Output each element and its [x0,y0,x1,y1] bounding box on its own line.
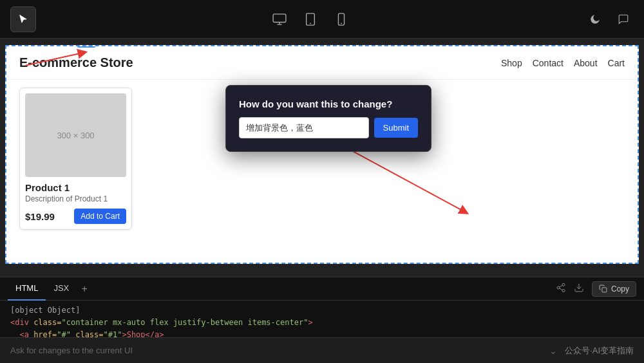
code-area: [object Object] <div class="container mx… [0,301,644,337]
code-close-a1: >Shop</a> [122,330,164,337]
svg-point-4 [341,23,342,24]
code-attr-href1: href= [33,330,57,337]
input-bar-right: ⌄ 公众号·AI变革指南 [549,345,634,357]
code-tag-a1: <a [19,330,33,337]
input-bar: Ask for changes to the current UI ⌄ 公众号·… [0,337,644,363]
dialog-input[interactable] [239,117,369,138]
main-preview-area: NAV E-commerce Store Shop Contact About … [0,39,644,277]
dialog-input-row: Submit [239,117,418,138]
product-name: Product 1 [25,182,126,193]
code-line-1: [object Object] [10,304,634,317]
tab-jsx[interactable]: JSX [46,277,77,301]
dialog-title: How do you want this to change? [239,98,418,109]
nav-link-about[interactable]: About [574,58,598,68]
code-line-3: <a href="#" class="#1">Shop</a> [10,329,634,337]
code-val: "container mx-auto flex justify-between … [61,318,308,327]
bottom-panel: HTML JSX + Copy [obj [0,277,644,363]
tabs-actions: Copy [556,281,636,297]
change-dialog: How do you want this to change? Submit [225,85,431,152]
tablet-icon[interactable] [300,9,321,30]
site-brand: E-commerce Store [19,55,133,70]
download-icon[interactable] [574,283,584,295]
preview-frame: NAV E-commerce Store Shop Contact About … [5,45,639,264]
code-attr-class1: class= [71,330,104,337]
nav-link-shop[interactable]: Shop [501,58,522,68]
code-tag: <div [10,318,33,327]
nav-badge: NAV [77,45,95,48]
watermark: 公众号·AI变革指南 [565,345,634,357]
top-toolbar [0,0,644,39]
svg-point-2 [310,23,311,24]
dark-mode-button[interactable] [585,9,605,30]
nav-link-contact[interactable]: Contact [533,58,564,68]
add-tab-button[interactable]: + [77,281,92,297]
bottom-tabs: HTML JSX + Copy [0,277,644,301]
svg-point-8 [557,286,560,289]
product-image: 300 × 300 [25,93,126,177]
copy-label: Copy [611,284,629,293]
svg-rect-0 [273,14,286,22]
svg-point-9 [562,289,565,292]
site-navbar: E-commerce Store Shop Contact About Cart [6,46,638,80]
svg-rect-13 [602,288,607,292]
cursor-button[interactable] [10,6,36,32]
code-val-class1: "#1" [104,330,122,337]
chat-button[interactable] [613,9,634,30]
add-to-cart-button[interactable]: Add to Cart [74,209,126,224]
desktop-icon[interactable] [269,9,290,30]
svg-line-11 [560,285,563,287]
site-links: Shop Contact About Cart [501,58,625,68]
product-price: $19.99 [25,211,55,222]
toolbar-right [585,9,634,30]
code-attr: class= [33,318,61,327]
code-line-2: <div class="container mx-auto flex justi… [10,317,634,329]
code-val-href1: "#" [57,330,71,337]
product-footer: $19.99 Add to Cart [25,209,126,224]
product-description: Description of Product 1 [25,194,126,203]
copy-button[interactable]: Copy [592,281,636,297]
toolbar-center [269,9,352,30]
svg-point-7 [562,283,565,286]
product-card: 300 × 300 Product 1 Description of Produ… [19,88,132,230]
svg-line-10 [560,288,563,290]
dialog-submit-button[interactable]: Submit [374,118,418,138]
tab-html[interactable]: HTML [8,277,46,301]
copy-icon [599,284,607,293]
share-icon[interactable] [556,283,566,295]
code-close: > [308,318,312,327]
mobile-icon[interactable] [331,9,352,30]
nav-link-cart[interactable]: Cart [608,58,625,68]
chevron-down-icon[interactable]: ⌄ [549,346,557,356]
input-placeholder[interactable]: Ask for changes to the current UI [10,346,133,355]
toolbar-left [10,6,36,32]
